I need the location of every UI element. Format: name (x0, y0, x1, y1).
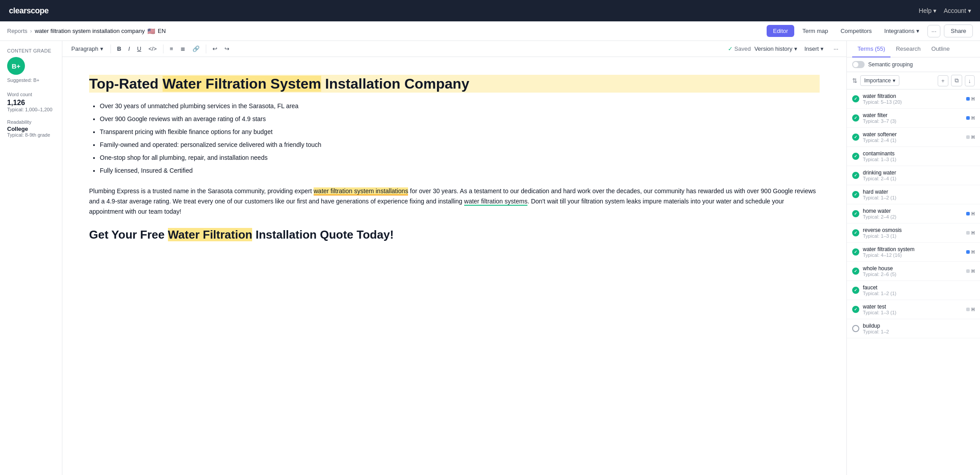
chevron-down-icon: ▾ (968, 7, 971, 14)
editor-toolbar: Paragraph ▾ B I U </> ≡ ≣ 🔗 ↩ ↪ ✓ Saved … (62, 41, 846, 57)
term-typical: Typical: 1–3 (1) (863, 233, 963, 239)
term-badges: H (966, 307, 975, 312)
importance-button[interactable]: Importance ▾ (860, 75, 899, 86)
term-info: buildupTypical: 1–2 (863, 323, 971, 334)
bullet-list: Over 30 years of unmatched plumbing serv… (89, 101, 820, 175)
h1-highlight-water-filtration: Water Filtration System (163, 76, 321, 92)
term-checkbox[interactable] (852, 191, 859, 198)
blue-badge (966, 212, 970, 215)
underline-button[interactable]: U (135, 44, 144, 54)
toolbar-more-button[interactable]: ··· (831, 44, 841, 54)
top-navigation: clearscope Help ▾ Account ▾ (0, 0, 980, 21)
term-item: water softenerTypical: 2–4 (1)H (847, 128, 980, 147)
term-info: water filterTypical: 3–7 (3) (863, 112, 963, 124)
term-info: water testTypical: 1–3 (1) (863, 304, 963, 315)
account-link[interactable]: Account ▾ (943, 7, 971, 14)
h-badge: H (972, 97, 975, 101)
word-count-label: Word count (7, 92, 55, 97)
h-badge: H (972, 116, 975, 121)
term-typical: Typical: 2–4 (1) (863, 176, 971, 181)
chevron-down-icon: ▾ (100, 45, 103, 52)
bullet-list-button[interactable]: ≡ (167, 44, 176, 54)
editor-content[interactable]: Top-Rated Water Filtration System Instal… (62, 57, 846, 475)
term-typical: Typical: 1–3 (1) (863, 157, 971, 162)
term-checkbox[interactable] (852, 114, 859, 122)
term-checkbox[interactable] (852, 229, 859, 236)
term-badges: H (966, 97, 975, 101)
term-name: contaminants (863, 150, 971, 157)
more-button[interactable]: ··· (927, 25, 941, 37)
h-badge: H (972, 211, 975, 216)
term-checkbox[interactable] (852, 134, 859, 141)
readability-typical: Typical: 8-9th grade (7, 132, 55, 138)
term-checkbox[interactable] (852, 210, 859, 217)
term-checkbox[interactable] (852, 287, 859, 294)
h-badge: H (972, 135, 975, 140)
ordered-list-button[interactable]: ≣ (178, 44, 188, 54)
editor-wrapper: Paragraph ▾ B I U </> ≡ ≣ 🔗 ↩ ↪ ✓ Saved … (62, 41, 846, 475)
blue-badge (966, 97, 970, 101)
term-name: buildup (863, 323, 971, 329)
term-water-filtration-system-installations: water filtration system installations (314, 187, 408, 195)
link-button[interactable]: 🔗 (190, 44, 202, 54)
integrations-button[interactable]: Integrations ▾ (880, 25, 924, 37)
term-typical: Typical: 4–12 (16) (863, 252, 963, 258)
editor-paragraph: Plumbing Express is a trusted name in th… (89, 186, 820, 217)
share-button[interactable]: Share (944, 24, 973, 37)
term-info: water softenerTypical: 2–4 (1) (863, 131, 963, 143)
term-checkbox[interactable] (852, 153, 859, 160)
term-badges: H (966, 211, 975, 216)
bold-button[interactable]: B (114, 44, 124, 54)
term-info: contaminantsTypical: 1–3 (1) (863, 150, 971, 162)
term-name: hard water (863, 189, 971, 195)
undo-button[interactable]: ↩ (210, 44, 220, 54)
h2-highlight-water-filtration: Water Filtration (168, 228, 253, 241)
tab-outline[interactable]: Outline (926, 41, 955, 57)
competitors-button[interactable]: Competitors (836, 25, 876, 37)
term-badges: H (966, 269, 975, 274)
download-terms-button[interactable]: ↓ (965, 75, 975, 86)
editor-button[interactable]: Editor (767, 25, 794, 37)
tab-research[interactable]: Research (890, 41, 926, 57)
term-typical: Typical: 1–3 (1) (863, 310, 963, 315)
term-checkbox[interactable] (852, 172, 859, 179)
term-checkbox[interactable] (852, 325, 859, 332)
term-name: drinking water (863, 170, 971, 176)
gray-badge (966, 135, 970, 139)
toolbar-divider-3 (206, 45, 206, 53)
term-typical: Typical: 1–2 (863, 329, 971, 334)
term-info: water filtration systemTypical: 4–12 (16… (863, 246, 963, 258)
version-history-button[interactable]: Version history ▾ (754, 45, 797, 52)
term-map-button[interactable]: Term map (798, 25, 833, 37)
insert-button[interactable]: Insert ▾ (801, 44, 828, 54)
add-term-button[interactable]: + (938, 75, 948, 86)
italic-button[interactable]: I (126, 44, 133, 54)
sort-icon: ⇅ (852, 77, 858, 84)
term-checkbox[interactable] (852, 248, 859, 256)
breadcrumb-reports[interactable]: Reports (7, 28, 28, 34)
term-info: whole houseTypical: 2–6 (5) (863, 265, 963, 277)
tab-terms[interactable]: Terms (55) (852, 41, 890, 57)
copy-terms-button[interactable]: ⧉ (951, 75, 962, 86)
term-name: reverse osmosis (863, 227, 963, 233)
heading-1-block: Top-Rated Water Filtration System Instal… (89, 75, 820, 93)
term-name: faucet (863, 284, 971, 291)
term-item: buildupTypical: 1–2 (847, 319, 980, 338)
term-badges: H (966, 116, 975, 121)
term-checkbox[interactable] (852, 95, 859, 102)
term-checkbox[interactable] (852, 268, 859, 275)
terms-toolbar: Semantic grouping (847, 57, 980, 72)
heading-1: Top-Rated Water Filtration System Instal… (89, 76, 469, 92)
term-info: hard waterTypical: 1–2 (1) (863, 189, 971, 200)
code-button[interactable]: </> (146, 44, 159, 54)
semantic-grouping-toggle[interactable] (852, 61, 865, 68)
term-item: whole houseTypical: 2–6 (5)H (847, 262, 980, 281)
term-typical: Typical: 3–7 (3) (863, 118, 963, 124)
term-checkbox[interactable] (852, 306, 859, 313)
help-link[interactable]: Help ▾ (919, 7, 937, 14)
term-item: water testTypical: 1–3 (1)H (847, 300, 980, 319)
paragraph-selector[interactable]: Paragraph ▾ (68, 44, 107, 54)
term-water-filtration-systems: water filtration systems (464, 198, 527, 206)
redo-button[interactable]: ↪ (222, 44, 232, 54)
list-item: Over 30 years of unmatched plumbing serv… (100, 101, 820, 111)
